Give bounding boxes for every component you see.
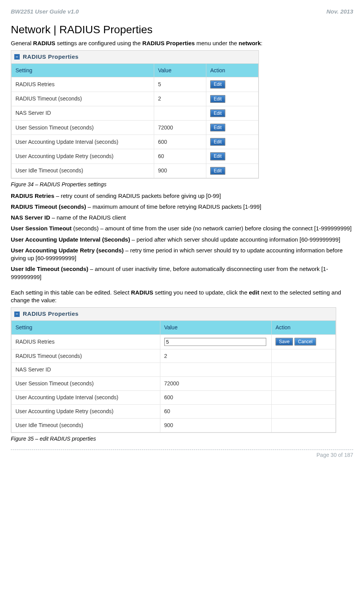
table-row: User Accounting Update Retry (seconds)60 — [12, 405, 336, 419]
table-row: User Session Timeout (seconds)72000Edit — [12, 121, 259, 135]
text-bold: RADIUS — [33, 40, 56, 46]
text: menu under the — [195, 40, 238, 46]
edit-button[interactable]: Edit — [210, 152, 225, 160]
radius-properties-panel: − RADIUS Properties Setting Value Action… — [11, 50, 259, 178]
edit-button[interactable]: Edit — [210, 124, 225, 131]
cell-value: 60 — [160, 405, 271, 419]
figure-caption-35: Figure 35 – edit RADIUS properties — [11, 435, 353, 443]
edit-button[interactable]: Edit — [210, 95, 225, 103]
cell-value: 72000 — [160, 377, 271, 391]
definition-body: – name of the RADIUS client — [50, 214, 126, 221]
cell-value: 2 — [154, 92, 206, 106]
text-bold: network — [239, 40, 261, 46]
definition-body: – retry count of sending RADIUS packets … — [54, 192, 221, 199]
th-setting: Setting — [12, 63, 154, 77]
definition: RADIUS Timeout (seconds) – maximum amoun… — [11, 203, 353, 211]
text: : — [261, 40, 262, 46]
table-row: RADIUS Timeout (seconds)2Edit — [12, 92, 259, 106]
doc-title: BW2251 User Guide v1.0 — [11, 8, 79, 15]
text-bold: RADIUS — [131, 289, 153, 296]
cell-action: Edit — [206, 77, 258, 92]
collapse-icon[interactable]: − — [14, 54, 20, 60]
cell-action — [271, 349, 335, 363]
definition-term: User Accounting Update Retry (seconds) — [11, 247, 124, 254]
panel-title: − RADIUS Properties — [11, 51, 259, 63]
table-row: User Session Timeout (seconds)72000 — [12, 377, 336, 391]
cell-setting: RADIUS Retries — [12, 77, 154, 92]
value-input[interactable] — [164, 338, 266, 346]
radius-table-edit: Setting Value Action RADIUS RetriesSave … — [11, 320, 336, 433]
cell-value: 900 — [160, 418, 271, 432]
edit-button[interactable]: Edit — [210, 167, 225, 175]
cell-setting: NAS Server ID — [12, 363, 160, 377]
intro-paragraph: General RADIUS settings are configured u… — [11, 39, 353, 47]
definition: User Idle Timeout (seconds) – amount of … — [11, 265, 353, 281]
th-setting: Setting — [12, 320, 160, 334]
th-action: Action — [271, 320, 335, 334]
th-action: Action — [206, 63, 258, 77]
edit-button[interactable]: Edit — [210, 80, 225, 88]
cell-action: Edit — [206, 121, 258, 135]
cell-value: 600 — [160, 391, 271, 405]
text-bold: edit — [249, 289, 259, 296]
edit-button[interactable]: Edit — [210, 138, 225, 146]
table-row: NAS Server ID — [12, 363, 336, 377]
cell-action: Edit — [206, 92, 258, 106]
cell-value — [154, 106, 206, 120]
definition-body: – maximum amount of time before retrying… — [86, 203, 262, 210]
cell-action: Edit — [206, 135, 258, 149]
save-button[interactable]: Save — [276, 338, 293, 346]
definition: User Session Timeout (seconds) – amount … — [11, 225, 353, 232]
figure-caption-34: Figure 34 – RADIUS Properties settings — [11, 181, 353, 188]
definition: RADIUS Retries – retry count of sending … — [11, 192, 353, 200]
cell-setting: User Session Timeout (seconds) — [12, 377, 160, 391]
definition: User Accounting Update Retry (seconds) –… — [11, 247, 353, 262]
th-value: Value — [154, 63, 206, 77]
page-footer: Page 30 of 187 — [11, 451, 353, 459]
definition-term: NAS Server ID — [11, 214, 50, 221]
cell-action — [271, 377, 335, 391]
text: settings are configured using the — [55, 40, 142, 46]
cell-value: 900 — [154, 163, 206, 178]
cell-setting: User Accounting Update Retry (seconds) — [12, 149, 154, 163]
edit-instruction: Each setting in this table can be edited… — [11, 289, 353, 305]
cell-setting: User Idle Timeout (seconds) — [12, 418, 160, 432]
cell-action — [271, 391, 335, 405]
panel-title: − RADIUS Properties — [11, 308, 336, 320]
text-bold: RADIUS Properties — [142, 40, 195, 46]
cell-value — [160, 363, 271, 377]
cell-setting: User Accounting Update Interval (seconds… — [12, 391, 160, 405]
collapse-icon[interactable]: − — [14, 312, 20, 317]
edit-button[interactable]: Edit — [210, 109, 225, 117]
doc-date: Nov. 2013 — [327, 8, 353, 15]
table-row: RADIUS Timeout (seconds)2 — [12, 349, 336, 363]
cell-value: 2 — [160, 349, 271, 363]
definition: NAS Server ID – name of the RADIUS clien… — [11, 214, 353, 221]
table-row: RADIUS Retries5Edit — [12, 77, 259, 92]
definition-term: RADIUS Retries — [11, 192, 54, 199]
cell-action: Edit — [206, 149, 258, 163]
definition-body: (seconds) – amount of time from the user… — [71, 225, 352, 232]
table-row: User Idle Timeout (seconds)900 — [12, 418, 336, 432]
text: Each setting in this table can be edited… — [11, 289, 131, 296]
cell-action: Edit — [206, 163, 258, 178]
panel-title-text: RADIUS Properties — [23, 53, 78, 61]
cell-action — [271, 418, 335, 432]
cell-value — [160, 334, 271, 349]
cell-setting: NAS Server ID — [12, 106, 154, 120]
cell-setting: User Accounting Update Interval (seconds… — [12, 135, 154, 149]
panel-title-text: RADIUS Properties — [23, 310, 78, 318]
cell-value: 600 — [154, 135, 206, 149]
definition-term: User Accounting Update Interval (Seconds… — [11, 236, 130, 243]
cell-value: 60 — [154, 149, 206, 163]
table-row: User Accounting Update Interval (seconds… — [12, 135, 259, 149]
definition-body: – period after which server should updat… — [130, 236, 340, 243]
cell-action: Save Cancel — [271, 334, 335, 349]
definition: User Accounting Update Interval (Seconds… — [11, 236, 353, 244]
radius-table: Setting Value Action RADIUS Retries5Edit… — [11, 63, 259, 178]
th-value: Value — [160, 320, 271, 334]
cancel-button[interactable]: Cancel — [294, 338, 316, 346]
cell-action — [271, 405, 335, 419]
cell-value: 72000 — [154, 121, 206, 135]
table-row-editing: RADIUS RetriesSave Cancel — [12, 334, 336, 349]
